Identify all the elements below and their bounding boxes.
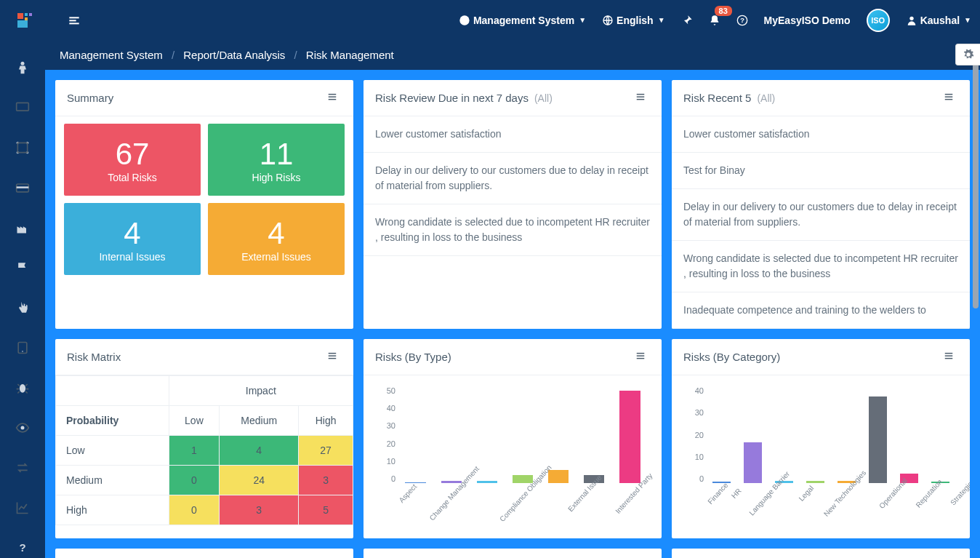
monitor-icon — [15, 100, 30, 115]
bars-icon — [634, 351, 647, 361]
person-icon — [15, 60, 30, 75]
svg-point-13 — [21, 61, 25, 65]
matrix-cell[interactable]: 4 — [220, 436, 299, 466]
svg-rect-29 — [637, 94, 645, 95]
svg-rect-43 — [945, 358, 953, 359]
panel-subtitle[interactable]: (All) — [534, 92, 553, 104]
svg-rect-20 — [17, 186, 29, 188]
svg-rect-38 — [637, 353, 645, 354]
breadcrumb-item-1[interactable]: Management System — [60, 49, 163, 61]
sidebar-item-flag[interactable] — [0, 247, 45, 287]
panel-title: Risks (By Category) — [683, 351, 780, 363]
notifications-button[interactable]: 83 — [709, 15, 720, 26]
stat-external-issues[interactable]: 4 External Issues — [208, 203, 345, 275]
breadcrumb: Management System / Report/Data Analysis… — [45, 40, 980, 70]
user-dropdown[interactable]: Kaushal ▼ — [906, 15, 971, 26]
sidebar-item-industry[interactable] — [0, 207, 45, 247]
sidebar-item-help[interactable]: ? — [0, 527, 45, 558]
help-button[interactable]: ? — [736, 15, 748, 26]
sidebar-item-eye[interactable] — [0, 407, 45, 447]
svg-rect-32 — [945, 94, 953, 95]
panel-title: Risk Recent 5 — [683, 92, 751, 104]
matrix-cell[interactable]: 0 — [169, 466, 220, 495]
sidebar-item-transfer[interactable] — [0, 447, 45, 487]
pin-icon[interactable] — [681, 15, 693, 26]
svg-point-23 — [20, 384, 25, 393]
sidebar-item-card[interactable] — [0, 167, 45, 207]
brand-label[interactable]: MyEasyISO Demo — [764, 15, 851, 26]
logo[interactable] — [9, 7, 41, 34]
sidebar-item-bug[interactable] — [0, 367, 45, 407]
chart-risks-by-type: 50403020100AspectChange ManagementCompli… — [375, 383, 650, 528]
list-item[interactable]: Lower customer satisfaction — [672, 116, 970, 153]
list-item[interactable]: Delay in our delivery to our customers d… — [672, 189, 970, 241]
panel-menu-button[interactable] — [939, 90, 958, 105]
caret-down-icon: ▼ — [579, 16, 586, 24]
list-item[interactable]: Inadequate competence and training to th… — [672, 292, 970, 329]
panel-menu-button[interactable] — [323, 90, 342, 105]
list-item[interactable]: Lower customer satisfaction — [364, 116, 662, 153]
panel-risk-review: Risk Review Due in next 7 days (All) Low… — [364, 80, 662, 329]
stat-value: 4 — [268, 216, 284, 251]
sidebar-toggle-icon[interactable] — [68, 15, 80, 26]
matrix-cell[interactable]: 3 — [299, 466, 353, 495]
sidebar-item-structure[interactable] — [0, 127, 45, 167]
matrix-cell[interactable]: 27 — [299, 436, 353, 466]
svg-point-12 — [909, 16, 913, 20]
stat-total-risks[interactable]: 67 Total Risks — [64, 124, 201, 196]
panel-menu-button[interactable] — [939, 349, 958, 364]
sidebar-item-chart[interactable] — [0, 487, 45, 527]
svg-text:?: ? — [19, 541, 25, 554]
sidebar-item-human[interactable] — [0, 47, 45, 87]
svg-rect-39 — [637, 355, 645, 356]
panel-menu-button[interactable] — [631, 90, 650, 105]
svg-rect-37 — [329, 358, 337, 359]
sidebar-item-monitor[interactable] — [0, 87, 45, 127]
matrix-cell[interactable]: 5 — [299, 495, 353, 525]
panel-risk-recent: Risk Recent 5 (All) Lower customer satis… — [672, 80, 970, 329]
question-icon: ? — [15, 541, 30, 555]
chart-bar[interactable] — [619, 391, 640, 483]
stat-high-risks[interactable]: 11 High Risks — [208, 124, 345, 196]
risk-recent-list: Lower customer satisfactionTest for Bina… — [672, 116, 970, 329]
matrix-cell[interactable]: 1 — [169, 436, 220, 466]
management-system-dropdown[interactable]: Management System ▼ — [459, 15, 586, 26]
scrollbar-thumb[interactable] — [973, 47, 979, 308]
panel-menu-button[interactable] — [631, 349, 650, 364]
svg-point-24 — [21, 426, 25, 429]
sidebar-item-pointer[interactable] — [0, 287, 45, 327]
chart-bar[interactable] — [744, 442, 762, 483]
topbar: Management System ▼ English ▼ 83 ? MyEas… — [0, 0, 980, 40]
user-name-label: Kaushal — [920, 15, 960, 26]
settings-tab[interactable] — [955, 44, 980, 65]
svg-rect-5 — [69, 17, 79, 18]
flag-icon — [15, 260, 30, 275]
svg-point-8 — [459, 15, 469, 25]
list-item[interactable]: Delay in our delivery to our customers d… — [364, 153, 662, 204]
risk-review-list: Lower customer satisfactionDelay in our … — [364, 116, 662, 256]
user-icon — [906, 15, 917, 26]
tablet-icon — [15, 340, 30, 355]
list-item[interactable]: Wrong candidate is selected due to incom… — [672, 241, 970, 292]
breadcrumb-item-2[interactable]: Report/Data Analysis — [183, 49, 285, 61]
panel-subtitle[interactable]: (All) — [757, 92, 775, 104]
panel-summary: Summary 67 Total Risks 11 High Risks 4 I… — [55, 80, 353, 329]
matrix-cell[interactable]: 3 — [220, 495, 299, 525]
list-item[interactable]: Test for Binay — [672, 153, 970, 189]
stat-label: Total Risks — [108, 172, 157, 183]
dashboard-grid: Summary 67 Total Risks 11 High Risks 4 I… — [45, 70, 980, 558]
matrix-cell[interactable]: 24 — [220, 466, 299, 495]
language-dropdown[interactable]: English ▼ — [602, 15, 664, 26]
stat-internal-issues[interactable]: 4 Internal Issues — [64, 203, 201, 275]
panel-menu-button[interactable] — [323, 349, 342, 364]
breadcrumb-item-3[interactable]: Risk Management — [306, 49, 394, 61]
avatar[interactable]: ISO — [867, 9, 890, 32]
svg-rect-42 — [945, 355, 953, 356]
panel-title: Risks (By Type) — [375, 351, 451, 363]
sidebar-item-tablet[interactable] — [0, 327, 45, 367]
list-item[interactable]: Wrong candidate is selected due to incom… — [364, 204, 662, 256]
chart-bar[interactable] — [548, 470, 569, 483]
matrix-cell[interactable]: 0 — [169, 495, 220, 525]
chart-bar[interactable] — [869, 396, 887, 483]
language-label: English — [616, 15, 654, 26]
